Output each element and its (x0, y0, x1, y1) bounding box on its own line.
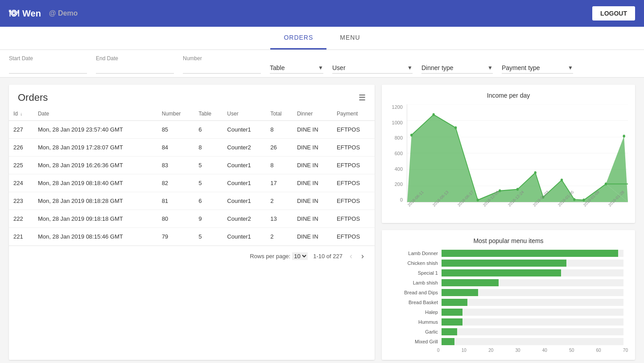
cell-total: 8 (266, 121, 293, 139)
bar-track (442, 338, 623, 345)
cell-user: Counter2 (223, 139, 266, 157)
bar-row: Bread and Dips (393, 289, 623, 296)
col-dinner[interactable]: Dinner (293, 107, 332, 121)
brand: 🍽 Wen @ Demo (9, 8, 78, 19)
cell-dinner: DINE IN (293, 210, 332, 228)
cell-id: 222 (9, 210, 33, 228)
svg-point-12 (516, 188, 519, 191)
cell-total: 13 (266, 210, 293, 228)
payment-type-filter[interactable]: Payment type ▼ (502, 62, 573, 74)
number-input[interactable] (183, 62, 261, 74)
table-row[interactable]: 226Mon, 28 Jan 2019 17:28:07 GMT848Count… (9, 139, 375, 157)
number-filter: Number (183, 55, 261, 74)
cell-id: 226 (9, 139, 33, 157)
svg-point-9 (454, 126, 457, 129)
table-filter-label: Table (270, 64, 316, 71)
table-row[interactable]: 225Mon, 28 Jan 2019 16:26:36 GMT835Count… (9, 157, 375, 174)
svg-point-15 (561, 178, 563, 182)
user-filter-label: User (332, 64, 405, 71)
bar-fill (442, 328, 457, 335)
table-row[interactable]: 223Mon, 28 Jan 2019 08:18:28 GMT816Count… (9, 192, 375, 210)
bar-row: Mixed Grill (393, 338, 623, 345)
bar-label: Halep (393, 309, 438, 315)
income-chart-card: Income per day 1200 1000 800 600 400 200… (382, 85, 635, 223)
user-filter[interactable]: User ▼ (332, 62, 413, 74)
svg-point-7 (410, 134, 413, 137)
cell-payment: EFTPOS (332, 157, 375, 174)
end-date-input[interactable] (96, 62, 174, 74)
svg-point-10 (477, 198, 479, 202)
bar-track (442, 269, 623, 276)
demo-label: @ Demo (49, 9, 78, 17)
user-dropdown-arrow: ▼ (407, 65, 413, 71)
bar-track (442, 299, 623, 306)
col-payment[interactable]: Payment (332, 107, 375, 121)
cell-user: Counter1 (223, 228, 266, 246)
cell-dinner: DINE IN (293, 228, 332, 246)
cell-number: 80 (157, 210, 194, 228)
col-id[interactable]: Id ↓ (9, 107, 33, 121)
cell-total: 26 (266, 139, 293, 157)
cell-date: Mon, 28 Jan 2019 08:15:46 GMT (33, 228, 157, 246)
col-user[interactable]: User (223, 107, 266, 121)
bar-track (442, 250, 623, 257)
cell-dinner: DINE IN (293, 121, 332, 139)
cell-dinner: DINE IN (293, 157, 332, 174)
bar-label: Lamb shish (393, 280, 438, 285)
payment-type-arrow: ▼ (568, 65, 573, 71)
cell-user: Counter1 (223, 121, 266, 139)
svg-point-17 (582, 198, 585, 202)
bar-label: Bread and Dips (393, 290, 438, 295)
rows-per-page-select[interactable]: 10 25 50 (292, 252, 308, 260)
cell-date: Mon, 28 Jan 2019 17:28:07 GMT (33, 139, 157, 157)
cell-payment: EFTPOS (332, 139, 375, 157)
logout-button[interactable]: LOGOUT (592, 6, 635, 21)
nav-item-menu[interactable]: MENU (326, 27, 373, 50)
cell-dinner: DINE IN (293, 174, 332, 192)
next-page-button[interactable]: › (359, 252, 366, 261)
dinner-type-filter[interactable]: Dinner type ▼ (421, 62, 493, 74)
cell-date: Mon, 28 Jan 2019 08:18:28 GMT (33, 192, 157, 210)
pagination-info: 1-10 of 227 (313, 253, 343, 260)
cell-table: 5 (194, 174, 223, 192)
bar-fill (442, 299, 467, 306)
bar-label: Hummus (393, 319, 438, 325)
table-row[interactable]: 227Mon, 28 Jan 2019 23:57:40 GMT856Count… (9, 121, 375, 139)
dinner-type-arrow: ▼ (487, 65, 493, 71)
table-row[interactable]: 224Mon, 28 Jan 2019 08:18:40 GMT825Count… (9, 174, 375, 192)
col-date[interactable]: Date (33, 107, 157, 121)
bar-x-axis: 0 10 20 30 40 50 60 70 (437, 348, 628, 353)
cell-user: Counter1 (223, 174, 266, 192)
cell-number: 84 (157, 139, 194, 157)
cell-total: 2 (266, 192, 293, 210)
orders-header: Orders ☰ (9, 85, 375, 107)
cell-user: Counter1 (223, 192, 266, 210)
cell-table: 6 (194, 121, 223, 139)
col-table[interactable]: Table (194, 107, 223, 121)
pagination: Rows per page: 10 25 50 1-10 of 227 ‹ › (9, 246, 375, 266)
sort-icon-id: ↓ (20, 111, 22, 116)
bar-row: Garlic (393, 328, 623, 335)
bar-chart: Lamb DonnerChicken shishSpecial 1Lamb sh… (389, 250, 628, 345)
table-row[interactable]: 221Mon, 28 Jan 2019 08:15:46 GMT795Count… (9, 228, 375, 246)
bar-fill (442, 279, 499, 286)
chart-area (407, 104, 628, 202)
table-filter[interactable]: Table ▼ (270, 62, 323, 74)
bar-track (442, 318, 623, 326)
col-number[interactable]: Number (157, 107, 194, 121)
svg-point-16 (573, 198, 575, 201)
start-date-input[interactable] (9, 62, 87, 74)
col-total[interactable]: Total (266, 107, 293, 121)
bar-fill (442, 318, 462, 326)
table-row[interactable]: 222Mon, 28 Jan 2019 09:18:18 GMT809Count… (9, 210, 375, 228)
payment-type-label: Payment type (502, 64, 566, 71)
cell-payment: EFTPOS (332, 192, 375, 210)
prev-page-button[interactable]: ‹ (348, 252, 354, 261)
cell-date: Mon, 28 Jan 2019 09:18:18 GMT (33, 210, 157, 228)
bar-fill (442, 250, 618, 257)
cell-number: 83 (157, 157, 194, 174)
income-chart: 1200 1000 800 600 400 200 0 (389, 104, 628, 216)
bar-fill (442, 289, 478, 296)
nav-item-orders[interactable]: ORDERS (270, 27, 326, 50)
filter-icon[interactable]: ☰ (359, 93, 366, 103)
